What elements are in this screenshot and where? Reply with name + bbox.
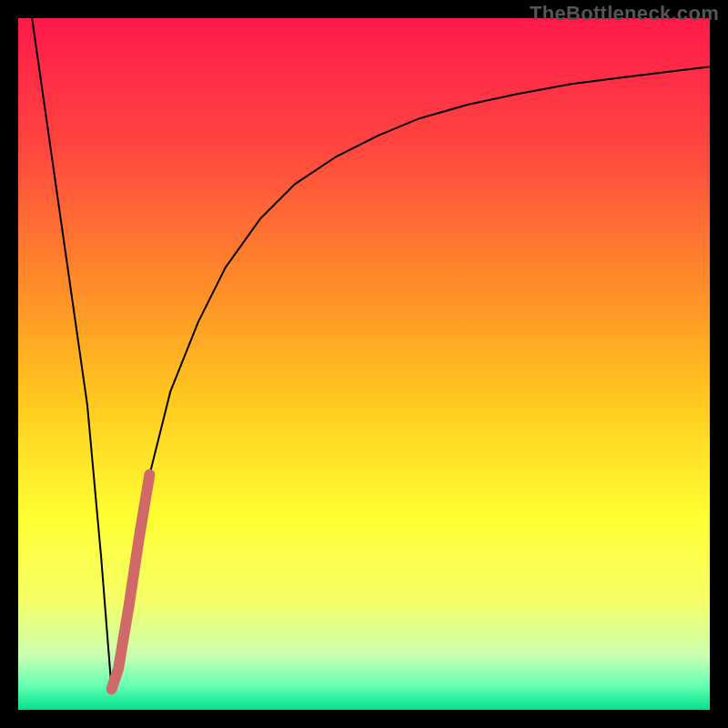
chart-frame: TheBottleneck.com [0, 0, 728, 728]
watermark-text: TheBottleneck.com [530, 2, 719, 25]
chart-svg [18, 18, 710, 710]
gradient-background [18, 18, 710, 710]
plot-area [18, 18, 710, 710]
